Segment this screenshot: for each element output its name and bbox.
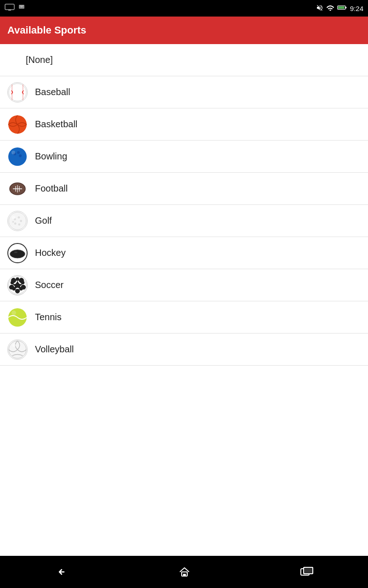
hockey-label: Hockey [35,248,66,258]
list-item-hockey[interactable]: Hockey [0,237,368,269]
volleyball-icon [7,339,28,360]
svg-point-12 [19,154,22,157]
mute-icon [316,4,323,13]
app-bar-title: Available Sports [7,24,86,36]
list-item-volleyball[interactable]: Volleyball [0,334,368,366]
svg-point-31 [9,276,26,294]
baseball-icon [7,82,28,102]
svg-point-35 [11,281,14,284]
svg-point-23 [20,220,22,222]
football-label: Football [35,183,68,194]
recents-button[interactable] [287,562,327,582]
svg-rect-5 [345,7,347,8]
none-label: [None] [26,55,53,65]
football-icon [7,179,28,199]
svg-point-20 [9,212,26,229]
svg-point-7 [9,83,26,101]
list-item-tennis[interactable]: Tennis [0,301,368,334]
svg-point-27 [12,215,16,219]
svg-point-26 [12,221,14,223]
svg-point-25 [14,222,17,225]
svg-point-22 [17,216,20,218]
hockey-icon [7,243,28,263]
baseball-label: Baseball [35,87,70,97]
basketball-label: Basketball [35,119,77,130]
basketball-icon [7,114,28,135]
svg-point-34 [19,287,23,290]
svg-rect-0 [5,4,14,10]
time: 9:24 [350,5,363,12]
list-item-football[interactable]: Football [0,173,368,205]
bowling-icon [7,147,28,167]
sports-container: Baseball Basketball [0,76,368,366]
svg-marker-32 [12,281,23,289]
status-bar-right: 9:24 [316,4,363,13]
svg-rect-43 [183,574,186,576]
screen-icon [5,4,15,13]
svg-point-24 [18,223,20,226]
list-item-basketball[interactable]: Basketball [0,108,368,141]
list-item-none[interactable]: [None] [0,44,368,76]
svg-point-13 [12,151,15,154]
svg-point-33 [12,287,16,290]
svg-point-36 [21,281,25,284]
list-item-soccer[interactable]: Soccer [0,269,368,301]
status-bar-left [5,3,26,13]
svg-point-30 [14,251,17,253]
golf-label: Golf [35,215,52,226]
list-item-bowling[interactable]: Bowling [0,141,368,173]
svg-point-9 [8,147,27,166]
list-item-golf[interactable]: Golf [0,205,368,237]
list-item-baseball[interactable]: Baseball [0,76,368,108]
svg-point-11 [17,151,20,154]
svg-rect-45 [304,567,313,574]
svg-point-39 [12,311,16,315]
bottom-nav [0,556,368,588]
home-button[interactable] [165,561,204,582]
wifi-icon [326,5,334,12]
status-bar: 9:24 [0,0,368,17]
svg-rect-6 [338,6,345,9]
svg-point-41 [12,343,16,347]
soccer-label: Soccer [35,280,63,290]
tennis-label: Tennis [35,312,62,322]
svg-point-37 [16,277,19,281]
svg-rect-1 [8,10,11,11]
bowling-label: Bowling [35,151,67,162]
tennis-icon [7,307,28,328]
sports-list: [None] Baseball [0,44,368,556]
app-bar: Available Sports [0,17,368,44]
notification-icon [17,3,26,13]
back-button[interactable] [41,562,82,582]
volleyball-label: Volleyball [35,344,74,355]
soccer-icon [7,275,28,295]
battery-icon [337,5,347,12]
golf-icon [7,211,28,231]
